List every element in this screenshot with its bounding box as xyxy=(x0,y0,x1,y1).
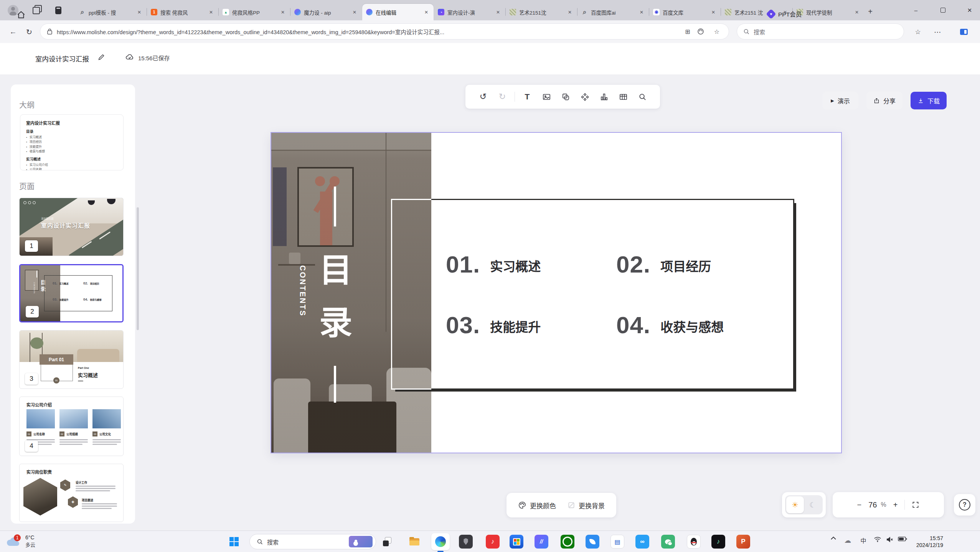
tab-close-icon[interactable]: ✕ xyxy=(638,9,645,16)
table-tool-icon[interactable] xyxy=(616,90,630,104)
back-icon[interactable]: ← xyxy=(8,26,18,37)
toc-item-2[interactable]: 02. 项目经历 xyxy=(616,253,711,276)
volume-muted-icon[interactable] xyxy=(885,536,895,543)
taskbar-search-box[interactable]: 搜索 xyxy=(249,534,376,549)
ppt-member-link[interactable]: ♥ PPT会员 xyxy=(767,10,802,18)
window-restore-button[interactable] xyxy=(934,0,952,20)
tab-online-editor-active[interactable]: 在线编辑 ✕ xyxy=(362,4,434,20)
image-tool-icon[interactable] xyxy=(539,90,553,104)
slide-title-char[interactable]: 录 xyxy=(317,306,354,339)
favorite-star-icon[interactable]: ☆ xyxy=(712,28,722,35)
page-thumbnail-3[interactable]: Part 01 01 Part One 实习概述 3 xyxy=(19,330,124,389)
microsoft-store-icon[interactable] xyxy=(510,535,523,549)
copilot-sidebar-icon[interactable] xyxy=(959,26,969,37)
onedrive-cloud-icon[interactable]: ☁ xyxy=(843,536,853,545)
present-button[interactable]: ▶ 演示 xyxy=(822,92,858,109)
edge-browser-icon-active[interactable] xyxy=(431,533,450,550)
tab-close-icon[interactable]: ✕ xyxy=(710,9,717,16)
change-color-button[interactable]: 更换颜色 xyxy=(518,501,556,510)
file-explorer-icon[interactable] xyxy=(408,535,421,549)
slide-canvas[interactable]: 目 录 CONTENTS 01. 实习概述 02. 项目经历 03. 技能提升 … xyxy=(271,133,841,453)
elements-tool-icon[interactable] xyxy=(578,90,592,104)
tab-close-icon[interactable]: ✕ xyxy=(208,9,214,16)
search-highlight-image[interactable] xyxy=(349,536,373,547)
share-button[interactable]: 分享 xyxy=(866,92,902,109)
cloud-drive-icon[interactable]: // xyxy=(535,535,548,549)
netease-music-icon[interactable]: ♪ xyxy=(486,535,500,549)
page-thumbnail-5[interactable]: 实习岗位职责 ✎ ✚ 设计工作 项目跟进 xyxy=(19,464,124,522)
slide-title-char[interactable]: 目 xyxy=(317,254,354,287)
more-menu-icon[interactable]: ⋯ xyxy=(932,26,943,37)
xbox-icon[interactable] xyxy=(561,535,574,549)
tab-close-icon[interactable]: ✕ xyxy=(279,9,286,16)
wechat-icon[interactable] xyxy=(661,535,675,549)
light-mode-sun-icon[interactable]: ☀ xyxy=(786,496,804,513)
page-thumbnail-4[interactable]: 实习公司介绍 01 公司名称 02 公司规模 03 公司文化 4 xyxy=(19,397,124,456)
toc-item-4[interactable]: 04. 收获与感想 xyxy=(616,313,724,337)
tab-baidu-images[interactable]: 百度图库ai ✕ xyxy=(577,4,649,20)
ime-indicator[interactable]: 中 xyxy=(859,536,868,544)
tab-search-wabisabi[interactable]: 搜索 侘寂风 ✕ xyxy=(147,4,218,20)
shapes-tool-icon[interactable] xyxy=(559,90,572,104)
theme-toggle-pill[interactable]: ☀ ☾ xyxy=(785,495,823,514)
thunder-icon[interactable] xyxy=(586,535,599,549)
tab-close-icon[interactable]: ✕ xyxy=(136,9,143,16)
new-tab-button[interactable]: + xyxy=(863,5,877,18)
start-button[interactable] xyxy=(227,535,241,549)
tab-actions-icon[interactable] xyxy=(53,5,64,16)
text-tool-icon[interactable]: T xyxy=(520,90,534,104)
contents-vertical-label[interactable]: CONTENTS xyxy=(298,265,307,317)
tab-wabisabi-ppt[interactable]: 侘寂风格PP ✕ xyxy=(219,4,290,20)
browser-essentials-icon[interactable] xyxy=(697,28,707,35)
page-thumbnail-1[interactable]: 添加副标题 室内设计实习汇报 1 xyxy=(19,198,124,256)
tray-chevron-icon[interactable] xyxy=(829,536,838,540)
undo-icon[interactable]: ↺ xyxy=(476,90,490,104)
change-background-button[interactable]: 更换背景 xyxy=(568,501,605,510)
zoom-in-button[interactable]: + xyxy=(893,501,898,509)
powerpoint-icon[interactable]: P xyxy=(736,535,750,549)
epic-games-icon[interactable] xyxy=(459,535,473,549)
tab-baidu-wenku[interactable]: 百度文库 ✕ xyxy=(649,4,721,20)
wifi-icon[interactable] xyxy=(873,536,883,542)
docs-app-icon[interactable]: ▤ xyxy=(610,535,624,549)
tab-close-icon[interactable]: ✕ xyxy=(495,9,502,16)
outline-card[interactable]: 室内设计实习汇报 目录 实习概述 项目经历 技能提升 收获与感想 实习概述 实习… xyxy=(20,114,124,170)
rename-pencil-icon[interactable] xyxy=(97,53,106,61)
tab-close-icon[interactable]: ✕ xyxy=(351,9,358,16)
qq-icon[interactable] xyxy=(687,535,701,549)
tab-modern-apprenticeship[interactable]: 现代学徒制 ✕ xyxy=(793,4,864,20)
search-tool-icon[interactable] xyxy=(635,90,649,104)
window-close-button[interactable]: ✕ xyxy=(961,0,978,20)
sidebar-scrollbar[interactable] xyxy=(137,207,139,330)
tab-art-2151-a[interactable]: 艺术2151沈 ✕ xyxy=(506,4,577,20)
download-button[interactable]: 下载 xyxy=(911,92,947,109)
tab-ppt-template[interactable]: ppt模板 - 搜 ✕ xyxy=(75,4,147,20)
help-button[interactable]: ? xyxy=(954,494,975,516)
task-view-icon[interactable] xyxy=(380,535,394,549)
toc-item-1[interactable]: 01. 实习概述 xyxy=(446,253,541,276)
clock-widget[interactable]: 15:57 2024/12/19 xyxy=(902,535,943,549)
home-icon[interactable] xyxy=(16,10,26,20)
tab-close-icon[interactable]: ✕ xyxy=(423,9,430,16)
fullscreen-icon[interactable] xyxy=(912,501,919,509)
quick-search-box[interactable]: 搜索 xyxy=(737,23,904,40)
zoom-out-button[interactable]: − xyxy=(857,501,862,509)
toc-item-3[interactable]: 03. 技能提升 xyxy=(446,313,541,337)
refresh-icon[interactable]: ↻ xyxy=(24,26,35,37)
tab-close-icon[interactable]: ✕ xyxy=(566,9,573,16)
chart-tool-icon[interactable] xyxy=(597,90,611,104)
weather-widget[interactable]: 1 6°C 多云 xyxy=(6,534,35,549)
redo-icon[interactable]: ↻ xyxy=(495,90,509,104)
window-minimize-button[interactable]: – xyxy=(907,0,925,20)
tab-close-icon[interactable]: ✕ xyxy=(853,9,860,16)
page-thumbnail-2-selected[interactable]: 目录 CONTENTS 01. 实习概述 02. 项目经历 03. 技能提升 0… xyxy=(19,264,124,322)
split-screen-icon[interactable]: ⊞ xyxy=(683,28,693,35)
quark-icon[interactable]: ∞ xyxy=(635,535,649,549)
capcut-icon[interactable]: ♪ xyxy=(711,535,725,549)
workspaces-icon[interactable] xyxy=(31,5,41,16)
favorites-icon[interactable]: ☆ xyxy=(912,26,923,37)
tab-interior-presentation[interactable]: 室内设计-演 ✕ xyxy=(434,4,505,20)
address-bar[interactable]: https://www.molishe.com/design/?theme_wo… xyxy=(40,23,729,40)
dark-mode-moon-icon[interactable]: ☾ xyxy=(804,501,822,509)
tab-molishe-home[interactable]: 魔力设 - aip ✕ xyxy=(290,4,362,20)
